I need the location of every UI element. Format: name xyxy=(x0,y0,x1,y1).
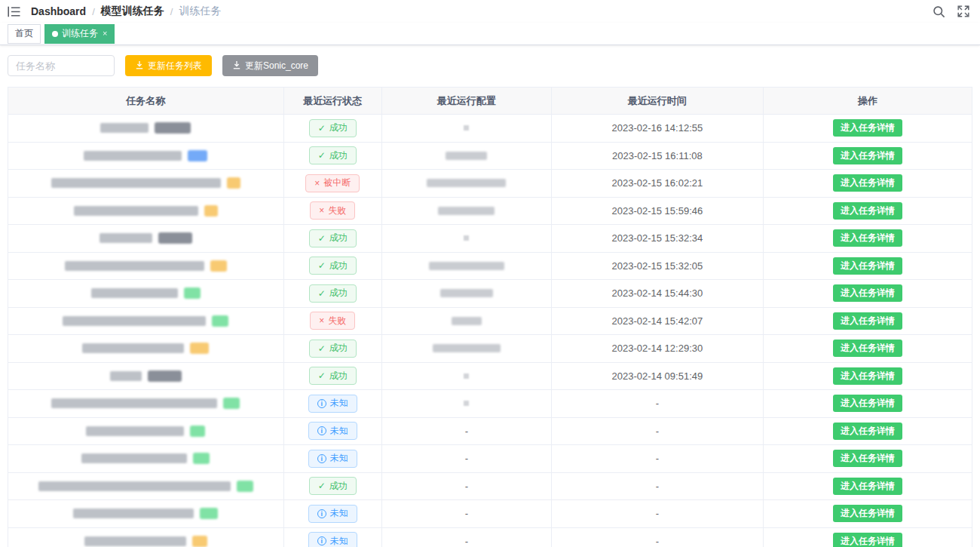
redacted-config xyxy=(464,401,469,406)
info-icon: i xyxy=(317,509,326,518)
run-status-cell: ✓成功 xyxy=(284,473,382,501)
enter-task-detail-button[interactable]: 进入任务详情 xyxy=(833,284,902,302)
run-config-cell: - xyxy=(382,445,552,473)
redacted-tag xyxy=(158,232,192,244)
check-icon: ✓ xyxy=(318,481,326,490)
status-label: 未知 xyxy=(330,425,348,438)
redacted-config xyxy=(429,262,504,270)
run-config-cell xyxy=(382,115,552,143)
enter-task-detail-button[interactable]: 进入任务详情 xyxy=(833,367,902,385)
enter-task-detail-button[interactable]: 进入任务详情 xyxy=(833,340,902,357)
status-label: 成功 xyxy=(329,342,348,355)
run-status-cell: ✓成功 xyxy=(284,280,382,308)
sidebar-toggle-icon[interactable] xyxy=(8,6,20,17)
run-time-cell: 2023-02-16 14:12:55 xyxy=(552,115,764,143)
table-row: ✓成功 2023-02-15 15:32:34 进入任务详情 xyxy=(8,225,972,253)
run-time-cell: 2023-02-15 16:02:21 xyxy=(552,170,764,198)
run-status-cell: ✓成功 xyxy=(284,143,382,171)
redacted-config xyxy=(464,125,469,131)
run-time-cell: 2023-02-14 09:51:49 xyxy=(552,363,764,391)
check-icon: ✓ xyxy=(318,289,326,298)
run-config-cell xyxy=(382,198,552,226)
table-row: ✓成功 2023-02-14 15:44:30 进入任务详情 xyxy=(8,280,972,308)
table-row: ✓成功 2023-02-15 15:32:05 进入任务详情 xyxy=(8,253,972,281)
table-row: ✓成功 2023-02-16 14:12:55 进入任务详情 xyxy=(8,115,972,143)
redacted-config xyxy=(464,235,469,241)
status-badge: ✓成功 xyxy=(309,146,357,164)
actions-cell: 进入任务详情 xyxy=(764,500,972,528)
breadcrumb-item-current: 训练任务 xyxy=(179,5,221,18)
actions-cell: 进入任务详情 xyxy=(764,473,972,501)
run-status-cell: ✓成功 xyxy=(284,225,382,253)
run-time-cell: - xyxy=(552,473,764,501)
info-icon: i xyxy=(317,426,326,435)
update-sonic-core-button[interactable]: 更新Sonic_core xyxy=(222,55,318,76)
run-time-cell: - xyxy=(552,528,764,547)
redacted-text xyxy=(91,288,178,298)
enter-task-detail-button[interactable]: 进入任务详情 xyxy=(833,174,902,192)
enter-task-detail-button[interactable]: 进入任务详情 xyxy=(833,147,902,164)
enter-task-detail-button[interactable]: 进入任务详情 xyxy=(833,533,902,547)
status-badge: i未知 xyxy=(308,422,357,440)
table-row: i未知 - - 进入任务详情 xyxy=(8,500,972,528)
redacted-tag xyxy=(193,453,210,464)
enter-task-detail-button[interactable]: 进入任务详情 xyxy=(833,312,902,330)
redacted-tag xyxy=(212,315,228,327)
redacted-text xyxy=(82,343,184,353)
run-config-cell xyxy=(382,363,552,391)
run-status-cell: ✓成功 xyxy=(284,363,382,391)
enter-task-detail-button[interactable]: 进入任务详情 xyxy=(833,505,902,522)
run-status-cell: i未知 xyxy=(284,528,382,547)
enter-task-detail-button[interactable]: 进入任务详情 xyxy=(833,119,902,137)
check-icon: ✓ xyxy=(318,344,326,353)
redacted-tag xyxy=(155,122,191,134)
breadcrumb-separator: / xyxy=(92,6,95,17)
enter-task-detail-button[interactable]: 进入任务详情 xyxy=(833,202,902,220)
enter-task-detail-button[interactable]: 进入任务详情 xyxy=(833,257,902,275)
task-name-cell xyxy=(8,473,284,501)
actions-cell: 进入任务详情 xyxy=(764,115,972,143)
search-icon[interactable] xyxy=(933,5,945,18)
run-status-cell: ✓成功 xyxy=(284,335,382,363)
run-status-cell: ✓成功 xyxy=(284,115,382,143)
info-icon: i xyxy=(317,454,326,463)
status-badge: i未知 xyxy=(308,505,357,523)
enter-task-detail-button[interactable]: 进入任务详情 xyxy=(833,478,902,495)
redacted-text xyxy=(81,453,187,463)
task-name-cell xyxy=(8,500,284,528)
redacted-text xyxy=(110,371,142,381)
enter-task-detail-button[interactable]: 进入任务详情 xyxy=(833,450,902,467)
breadcrumb-item-dashboard[interactable]: Dashboard xyxy=(31,5,86,17)
table-row: i未知 - - 进入任务详情 xyxy=(8,528,972,547)
fullscreen-icon[interactable] xyxy=(957,5,969,17)
update-sonic-core-label: 更新Sonic_core xyxy=(245,60,308,72)
enter-task-detail-button[interactable]: 进入任务详情 xyxy=(833,395,902,412)
task-name-cell xyxy=(8,390,284,418)
task-table: 任务名称 最近运行状态 最近运行配置 最近运行时间 操作 ✓成功 2023-02… xyxy=(8,87,972,547)
run-config-cell xyxy=(382,143,552,171)
redacted-tag xyxy=(190,343,209,354)
enter-task-detail-button[interactable]: 进入任务详情 xyxy=(833,229,902,247)
redacted-tag xyxy=(190,426,205,437)
close-tab-icon[interactable]: × xyxy=(103,29,107,38)
tab-training-tasks[interactable]: 训练任务 × xyxy=(44,24,115,44)
actions-cell: 进入任务详情 xyxy=(764,198,972,226)
redacted-config xyxy=(464,373,469,379)
column-header-task-name: 任务名称 xyxy=(8,88,284,115)
status-label: 失败 xyxy=(328,315,346,327)
navbar-actions xyxy=(933,5,969,18)
redacted-text xyxy=(51,178,221,188)
task-name-cell xyxy=(8,445,284,473)
breadcrumb-item-model-training[interactable]: 模型训练任务 xyxy=(101,5,164,18)
table-row: ✓成功 2023-02-14 09:51:49 进入任务详情 xyxy=(8,363,972,391)
tab-home[interactable]: 首页 xyxy=(8,24,41,44)
download-icon xyxy=(135,60,144,72)
status-badge: ✓成功 xyxy=(309,340,357,358)
run-status-cell: i未知 xyxy=(284,390,382,418)
task-name-input[interactable] xyxy=(8,55,115,76)
enter-task-detail-button[interactable]: 进入任务详情 xyxy=(833,423,902,440)
redacted-tag xyxy=(237,481,253,492)
update-task-list-button[interactable]: 更新任务列表 xyxy=(125,55,212,76)
redacted-text xyxy=(86,426,184,436)
run-time-cell: - xyxy=(552,445,764,473)
